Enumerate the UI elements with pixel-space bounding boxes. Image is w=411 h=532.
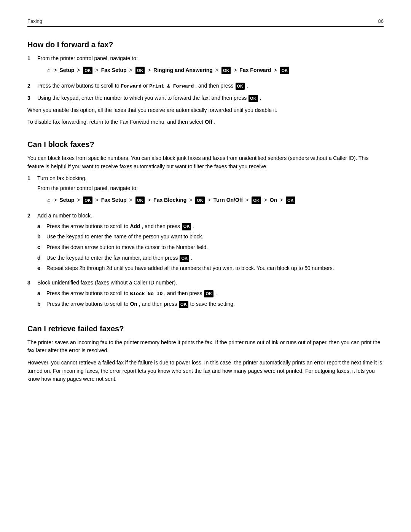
sub-step-2e: e Repeat steps 2b through 2d until you h… xyxy=(37,264,384,273)
section1-note2: To disable fax forwarding, return to the… xyxy=(27,118,384,126)
ok-badge-2a: OK xyxy=(182,223,191,230)
block-step3-text: Block unidentified faxes (faxes without … xyxy=(37,280,177,286)
sub-3b-label: b xyxy=(37,300,43,308)
sub-2c-label: c xyxy=(37,243,43,252)
home-icon-2: ⌂ xyxy=(47,196,50,205)
step2: 2 Press the arrow buttons to scroll to F… xyxy=(27,82,384,90)
ok-badge-b4: OK xyxy=(252,197,261,204)
ok-badge-3a: OK xyxy=(204,290,213,297)
sub-2a-content: Press the arrow buttons to scroll to Add… xyxy=(46,222,384,231)
nav2-setup: Setup xyxy=(59,197,74,203)
nav-setup: Setup xyxy=(59,67,74,73)
nav-faxsetup: Fax Setup xyxy=(101,67,127,73)
sub-2d-label: d xyxy=(37,254,43,262)
section3-para1: The printer saves an incoming fax to the… xyxy=(27,339,384,355)
section3-para2: However, you cannot retrieve a failed fa… xyxy=(27,359,384,383)
sub-2b-text: Use the keypad to enter the name of the … xyxy=(46,233,203,240)
block-step2-content: Add a number to block. a Press the arrow… xyxy=(37,212,384,275)
section1-steps: 1 From the printer control panel, naviga… xyxy=(27,54,384,102)
sub-2c-text: Press the down arrow button to move the … xyxy=(46,244,208,250)
sub-step-3b: b Press the arrow buttons to scroll to O… xyxy=(37,300,384,308)
sub-2d-content: Use the keypad to enter the fax number, … xyxy=(46,254,384,262)
sub-step-2c: c Press the down arrow button to move th… xyxy=(37,243,384,252)
sub-3b-prefix: Press the arrow buttons to scroll to xyxy=(46,301,129,307)
sub-steps-2: a Press the arrow buttons to scroll to A… xyxy=(37,222,384,273)
sub-2d-text: Use the keypad to enter the fax number, … xyxy=(46,255,178,261)
ok-badge-b5: OK xyxy=(286,197,295,204)
note2-text: To disable fax forwarding, return to the… xyxy=(27,119,203,125)
ok-badge-b2: OK xyxy=(135,197,145,204)
step3: 3 Using the keypad, enter the number to … xyxy=(27,94,384,102)
block-step1-sub: From the printer control panel, navigate… xyxy=(37,184,384,193)
sub-3b-end: , and then press xyxy=(139,301,177,307)
step2-print-forward: Print & Forward xyxy=(149,83,194,89)
note2-end: . xyxy=(214,119,215,125)
block-step2: 2 Add a number to block. a Press the arr… xyxy=(27,212,384,275)
sub-step-2b: b Use the keypad to enter the name of th… xyxy=(37,233,384,241)
nav2-turnonoff: Turn On/Off xyxy=(213,197,243,203)
block-step2-text: Add a number to block. xyxy=(37,212,92,219)
ok-badge-step3: OK xyxy=(249,95,258,102)
block-step3-num: 3 xyxy=(27,279,33,311)
sub-2e-label: e xyxy=(37,264,43,273)
sub-3b-save: to save the setting. xyxy=(190,301,235,307)
ok-badge-step2: OK xyxy=(236,83,245,90)
sub-2a-end: , and then press xyxy=(142,223,180,229)
sub-3a-prefix: Press the arrow buttons to scroll to xyxy=(46,290,129,296)
block-step2-num: 2 xyxy=(27,212,33,275)
header-title: Faxing xyxy=(27,18,42,24)
ok-badge-2d: OK xyxy=(180,255,189,262)
sub-step-3a: a Press the arrow buttons to scroll to B… xyxy=(37,289,384,298)
ok-badge-b3: OK xyxy=(195,197,205,204)
section2-steps: 1 Turn on fax blocking. From the printer… xyxy=(27,174,384,310)
step2-end: , and then press xyxy=(195,83,233,89)
block-step1-num: 1 xyxy=(27,174,33,208)
sub-2a-label: a xyxy=(37,222,43,231)
section1-note1: When you enable this option, all the fax… xyxy=(27,106,384,115)
step1-content: From the printer control panel, navigate… xyxy=(37,54,384,78)
step1: 1 From the printer control panel, naviga… xyxy=(27,54,384,78)
sub-3a-end: , and then press xyxy=(164,290,202,296)
sub-3b-content: Press the arrow buttons to scroll to On … xyxy=(46,300,384,308)
ok-badge-b1: OK xyxy=(83,197,92,204)
sub-2b-content: Use the keypad to enter the name of the … xyxy=(46,233,384,241)
sub-step-2d: d Use the keypad to enter the fax number… xyxy=(37,254,384,262)
step2-num: 2 xyxy=(27,82,33,90)
section-forward-fax: How do I forward a fax? 1 From the print… xyxy=(27,40,384,126)
step1-nav: ⌂ > Setup > OK > Fax Setup > OK > Ringin… xyxy=(47,66,384,75)
sub-3a-content: Press the arrow buttons to scroll to Blo… xyxy=(46,289,384,298)
sub-2b-label: b xyxy=(37,233,43,241)
section1-heading: How do I forward a fax? xyxy=(27,40,384,49)
ok-badge-3: OK xyxy=(221,67,231,75)
sub-3b-on: On xyxy=(130,301,137,307)
section-block-faxes: Can I block faxes? You can block faxes f… xyxy=(27,140,384,311)
section-retrieve-faxes: Can I retrieve failed faxes? The printer… xyxy=(27,324,384,383)
block-step3: 3 Block unidentified faxes (faxes withou… xyxy=(27,279,384,311)
ok-badge-2: OK xyxy=(135,67,145,75)
step2-or: or xyxy=(143,83,149,89)
nav2-faxsetup: Fax Setup xyxy=(101,197,127,203)
step2-prefix: Press the arrow buttons to scroll to xyxy=(37,83,119,89)
step2-forward: Forward xyxy=(121,83,142,89)
sub-step-2a: a Press the arrow buttons to scroll to A… xyxy=(37,222,384,231)
sub-3a-code: Block No ID xyxy=(130,290,162,296)
step1-num: 1 xyxy=(27,54,33,78)
step2-content: Press the arrow buttons to scroll to For… xyxy=(37,82,384,90)
home-icon: ⌂ xyxy=(47,66,50,75)
sub-2e-content: Repeat steps 2b through 2d until you hav… xyxy=(46,264,384,273)
ok-badge-4: OK xyxy=(280,67,290,75)
ok-badge-3b: OK xyxy=(179,301,188,308)
sub-steps-3: a Press the arrow buttons to scroll to B… xyxy=(37,289,384,308)
step3-num: 3 xyxy=(27,94,33,102)
section2-intro: You can block faxes from specific number… xyxy=(27,154,384,171)
sub-3a-label: a xyxy=(37,289,43,298)
section2-heading: Can I block faxes? xyxy=(27,140,384,149)
step1-intro: From the printer control panel, navigate… xyxy=(37,55,138,61)
header-page-number: 86 xyxy=(378,18,384,24)
ok-badge-1: OK xyxy=(83,67,92,75)
page-header: Faxing 86 xyxy=(27,18,384,27)
block-step1-content: Turn on fax blocking. From the printer c… xyxy=(37,174,384,208)
nav-ringing: Ringing and Answering xyxy=(153,67,213,73)
section3-heading: Can I retrieve failed faxes? xyxy=(27,324,384,333)
sub-2a-prefix: Press the arrow buttons to scroll to xyxy=(46,223,129,229)
